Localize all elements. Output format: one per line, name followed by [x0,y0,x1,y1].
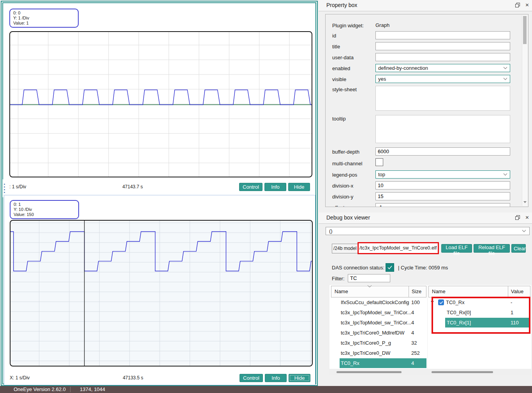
graph1-waveform [10,32,312,177]
graph1-plot[interactable] [9,31,312,177]
graph-widget-1: 0: 0 Y: 1 /Div Value: 1 : 1 s/Div 47143.… [4,4,315,193]
symbol-table-wrap: Name Size IfxScuCcu_defaultClockConfig 1… [329,285,427,375]
reload-elf-button[interactable]: Reload ELF file [474,244,510,253]
app-version-label: OneEye Version 2.62.0 [14,386,66,392]
table-row[interactable]: tc3x_IpcTopModel_sw_TriCor... 4 [331,318,426,328]
property-box-header: Property box ✕ [319,0,532,11]
scrollbar-thumb[interactable] [523,16,527,44]
field-multi-channel: multi-channel [332,158,510,168]
symbol-table: Name Size IfxScuCcu_defaultClockConfig 1… [331,286,426,368]
visible-value: yes [378,76,503,82]
right-dock: Property box ✕ Plugin widget: Graph id [319,0,532,386]
watch-checkbox[interactable] [438,299,444,305]
style-sheet-textarea[interactable] [375,86,510,111]
field-visible: visible yes [332,75,510,83]
field-legend-pos: legend-pos top [332,170,510,179]
table-row-selected[interactable]: TC0_Rx 4 [331,358,426,368]
scrollbar-thumb[interactable] [336,371,402,373]
field-division-y: division-y [332,192,510,200]
table-row[interactable]: IfxScuCcu_defaultClockConfig 100 [331,297,426,308]
graph-window-frame: 0: 0 Y: 1 /Div Value: 1 : 1 s/Div 47143.… [1,1,318,386]
watch-table-header[interactable]: Name Value [428,286,530,297]
field-label: legend-pos [332,171,375,178]
check-icon [439,301,443,304]
graph2-hide-button[interactable]: Hide [289,374,310,382]
table-row[interactable]: tc3x_IpcTriCore0_MdlrefDW 4 [331,328,426,338]
chevron-down-icon [522,230,526,232]
table-row-selected[interactable]: TC0_Rx[1] 110 [428,318,530,328]
graph2-buttons: Control Info Hide [240,374,310,382]
id-input[interactable] [375,31,510,39]
load-elf-button[interactable]: Load ELF file [441,244,472,253]
scroll-down-arrow-icon[interactable] [523,201,527,205]
table-row[interactable]: tc3x_IpcTopModel_sw_TriCor... 4 [331,308,426,318]
field-offset-y: offset-y [332,203,510,207]
sort-indicator-icon [367,285,372,288]
column-header-size[interactable]: Size [412,289,421,294]
table-row[interactable]: TC0_Rx - [428,297,530,308]
graph2-control-button[interactable]: Control [240,374,263,382]
field-user-data: user-data [332,53,510,61]
graph1-legend-channel: 0: 0 [13,11,75,16]
graph2-plot[interactable] [10,220,313,366]
das-status-checkbox[interactable] [386,263,394,272]
float-window-icon[interactable] [515,215,520,220]
status-bar: OneEye Version 2.62.0 1374, 1044 [0,386,532,393]
title-input[interactable] [375,42,510,50]
column-header-value[interactable]: Value [511,289,523,294]
field-label: style-sheet [332,86,375,92]
plugin-widget-value: Graph [375,22,389,28]
column-divider [508,286,508,297]
legend-pos-select[interactable]: top [375,170,510,179]
field-label: tooltip [332,115,375,122]
buffer-depth-input[interactable] [375,147,510,156]
property-scrollbar[interactable] [522,15,527,206]
graph2-waveform [11,221,312,366]
field-label: division-y [332,193,375,200]
legend-pos-value: top [378,172,503,177]
division-x-input[interactable] [375,181,510,189]
graph1-control-button[interactable]: Control [239,183,262,191]
visible-select[interactable]: yes [375,75,510,83]
field-division-x: division-x [332,181,510,189]
float-window-icon[interactable] [515,2,520,7]
column-header-name[interactable]: Name [335,289,348,294]
symbol-table-header[interactable]: Name Size [331,286,426,297]
expand-arrow-icon[interactable] [431,301,434,305]
debug-expression-select[interactable]: () [326,227,530,235]
scrollbar-thumb[interactable] [432,371,493,373]
table-row[interactable]: tc3x_IpcTriCore0_P_g 32 [331,338,426,348]
clear-button[interactable]: Clear [511,244,526,253]
close-icon[interactable]: ✕ [525,215,530,220]
graph2-legend-ydiv: Y: 10 /Div [14,207,75,212]
graph1-legend: 0: 0 Y: 1 /Div Value: 1 [9,9,79,28]
field-label: Plugin widget: [332,22,375,28]
table-row[interactable]: tc3x_IpcTriCore0_DW 252 [331,348,426,358]
division-y-input[interactable] [375,192,510,200]
table-row[interactable]: TC0_Rx[0] 1 [428,308,530,318]
field-style-sheet: style-sheet [332,86,510,112]
offset-y-input[interactable] [375,203,510,207]
graph1-buttons: Control Info Hide [239,183,310,191]
graph2-info-button[interactable]: Info [265,374,287,382]
column-header-name[interactable]: Name [432,289,446,294]
field-tooltip: tooltip [332,115,510,145]
chevron-down-icon [503,78,507,80]
filter-label: Filter: [332,276,345,281]
enabled-value: defined-by-connection [378,65,503,71]
tooltip-textarea[interactable] [375,115,510,143]
symbol-table-hscrollbar[interactable] [329,369,427,375]
watch-table-hscrollbar[interactable] [428,369,531,375]
graph1-info-button[interactable]: Info [264,183,286,191]
graph1-hide-button[interactable]: Hide [288,183,310,191]
field-label: enabled [332,65,375,71]
user-data-input[interactable] [375,53,510,61]
elf-path-field[interactable]: /24b model [332,244,358,253]
check-icon [388,266,392,269]
graph2-legend: 0: 1 Y: 10 /Div Value: 150 [10,200,79,219]
filter-input[interactable] [348,274,390,282]
multi-channel-checkbox[interactable] [375,158,383,166]
cursor-coordinates-label: 1374, 1044 [80,386,105,392]
enabled-select[interactable]: defined-by-connection [375,64,510,72]
close-icon[interactable]: ✕ [525,2,530,7]
